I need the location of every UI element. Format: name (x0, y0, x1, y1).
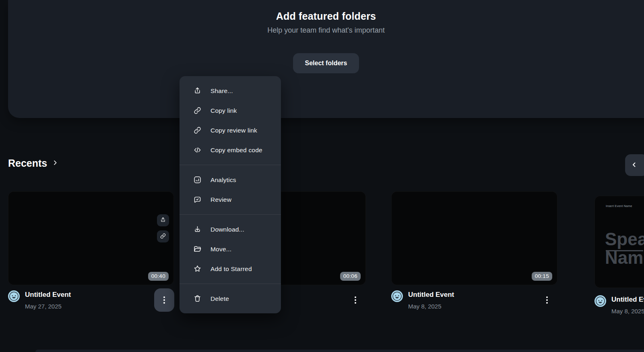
card-share-button[interactable] (157, 214, 169, 226)
menu-item-add-to-starred[interactable]: Add to Starred (180, 259, 281, 279)
kebab-icon (163, 295, 165, 305)
card-title: Untitled Event (25, 291, 71, 299)
select-folders-button[interactable]: Select folders (293, 53, 359, 73)
featured-folders-content: Add featured folders Help your team find… (8, 0, 644, 73)
thumbnail-speaker-name-placeholder: Speaker Name (605, 230, 644, 267)
duration-badge: 00:40 (148, 272, 169, 281)
avatar (8, 290, 20, 302)
menu-item-copy-embed-code[interactable]: Copy embed code (180, 140, 281, 160)
chevron-right-icon (52, 159, 58, 168)
featured-subtitle: Help your team find what's important (8, 26, 644, 35)
card-copy-link-button[interactable] (157, 230, 169, 242)
menu-divider (180, 214, 281, 215)
menu-item-copy-review-link[interactable]: Copy review link (180, 120, 281, 140)
menu-item-analytics[interactable]: Analytics (180, 170, 281, 190)
thumbnail-underline (606, 250, 643, 251)
recents-title: Recents (8, 157, 47, 169)
video-card[interactable]: 00:40 (8, 191, 174, 285)
menu-item-review[interactable]: Review (180, 190, 281, 209)
star-icon (193, 265, 202, 273)
thumbnail-event-name-placeholder: Insert Event Name (606, 204, 632, 208)
card-date: May 8, 2025 (611, 308, 644, 315)
duration-badge: 00:06 (340, 272, 361, 281)
review-icon (193, 195, 202, 204)
download-icon (193, 225, 202, 234)
menu-divider (180, 165, 281, 165)
code-icon (193, 146, 202, 154)
menu-item-label: Share... (211, 87, 233, 95)
scroll-left-button[interactable] (625, 154, 644, 176)
menu-item-label: Add to Starred (211, 265, 252, 273)
video-card[interactable]: 00:15 (391, 191, 557, 285)
featured-folders-panel: Add featured folders Help your team find… (8, 0, 644, 118)
trash-icon (193, 294, 202, 303)
app-root: Add featured folders Help your team find… (0, 0, 644, 352)
link-icon (160, 233, 166, 240)
recents-header[interactable]: Recents (8, 157, 58, 169)
menu-item-label: Analytics (211, 176, 236, 184)
menu-divider (180, 284, 281, 284)
card-date: May 8, 2025 (408, 303, 442, 310)
kebab-icon (355, 295, 356, 305)
menu-item-label: Copy review link (211, 127, 257, 134)
menu-item-delete[interactable]: Delete (180, 289, 281, 309)
menu-item-copy-link[interactable]: Copy link (180, 101, 281, 120)
analytics-icon (193, 176, 202, 184)
next-section-edge (35, 350, 644, 352)
avatar (391, 290, 403, 302)
kebab-icon (546, 295, 548, 305)
menu-item-label: Review (211, 196, 231, 203)
folder-icon (193, 245, 202, 253)
menu-item-share[interactable]: Share... (180, 81, 281, 101)
menu-item-label: Move... (211, 246, 231, 253)
menu-item-label: Download... (211, 226, 244, 233)
menu-item-move[interactable]: Move... (180, 239, 281, 259)
chevron-left-icon (631, 161, 638, 170)
link-icon (193, 126, 202, 135)
menu-item-download[interactable]: Download... (180, 219, 281, 239)
featured-title: Add featured folders (8, 10, 644, 22)
card-title: Untitled Event (611, 296, 644, 304)
card-menu-button[interactable] (542, 292, 552, 308)
card-date: May 27, 2025 (25, 303, 62, 310)
link-icon (193, 106, 202, 115)
video-card[interactable]: Insert Event Name Speaker Name (594, 196, 644, 288)
menu-item-label: Copy embed code (211, 147, 262, 154)
menu-item-label: Copy link (211, 107, 237, 114)
share-icon (160, 217, 166, 224)
duration-badge: 00:15 (532, 272, 552, 281)
card-menu-button-active[interactable] (154, 288, 174, 312)
card-title: Untitled Event (408, 291, 454, 299)
card-menu-button[interactable] (350, 292, 361, 308)
card-context-menu: Share... Copy link Copy review link Copy… (180, 76, 281, 313)
avatar (594, 295, 606, 307)
share-icon (193, 87, 202, 95)
menu-item-label: Delete (211, 295, 229, 302)
